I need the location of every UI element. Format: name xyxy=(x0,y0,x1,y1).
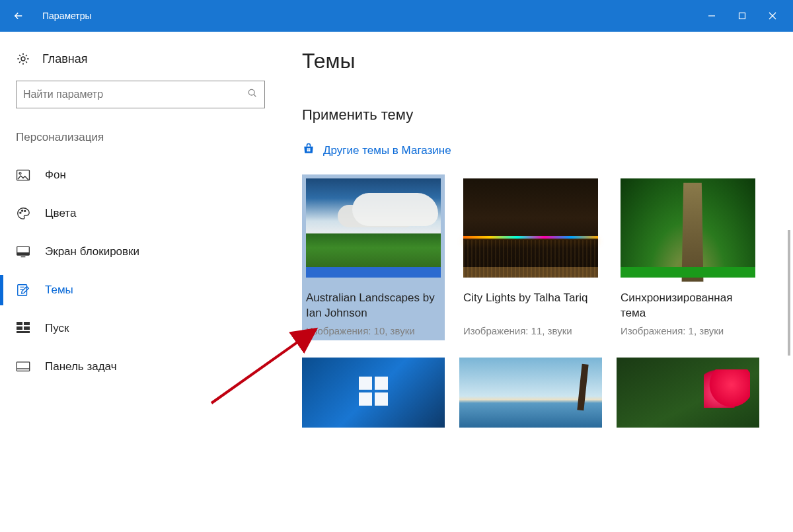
sidebar-item-taskbar[interactable]: Панель задач xyxy=(0,348,281,386)
start-icon xyxy=(16,321,30,336)
window-title: Параметры xyxy=(42,11,697,21)
theme-thumbnail xyxy=(302,358,445,428)
close-icon xyxy=(769,12,776,20)
theme-thumbnail xyxy=(617,358,759,428)
svg-point-9 xyxy=(20,212,21,213)
store-link[interactable]: Другие темы в Магазине xyxy=(302,142,793,159)
sidebar-item-label: Цвета xyxy=(45,207,76,220)
sidebar-item-label: Фон xyxy=(45,169,66,182)
sidebar-item-label: Темы xyxy=(45,284,73,297)
svg-rect-19 xyxy=(24,326,30,330)
sidebar-group-label: Персонализация xyxy=(0,131,281,144)
palette-icon xyxy=(16,206,30,221)
picture-icon xyxy=(16,168,30,182)
svg-rect-15 xyxy=(18,285,27,296)
sidebar-item-label: Экран блокировки xyxy=(45,245,139,258)
theme-grid-row2 xyxy=(302,358,793,428)
theme-grid: Australian Landscapes by Ian Johnson Изо… xyxy=(302,174,793,340)
sidebar-item-lockscreen[interactable]: Экран блокировки xyxy=(0,233,281,271)
svg-rect-1 xyxy=(739,13,745,19)
theme-card-partial[interactable] xyxy=(302,358,445,428)
svg-rect-16 xyxy=(17,322,22,325)
sidebar-item-label: Панель задач xyxy=(45,360,117,373)
svg-rect-13 xyxy=(17,252,30,255)
search-icon xyxy=(247,88,258,101)
svg-point-10 xyxy=(22,210,23,211)
svg-point-5 xyxy=(248,89,254,95)
search-box[interactable] xyxy=(16,81,265,108)
svg-rect-20 xyxy=(17,331,30,333)
sidebar-item-themes[interactable]: Темы xyxy=(0,271,281,309)
theme-name: Australian Landscapes by Ian Johnson xyxy=(306,291,441,321)
section-title: Применить тему xyxy=(302,106,793,124)
themes-icon xyxy=(16,283,30,297)
svg-rect-17 xyxy=(24,322,30,325)
search-input[interactable] xyxy=(23,89,247,100)
gear-icon xyxy=(16,52,30,66)
sidebar-item-start[interactable]: Пуск xyxy=(0,309,281,348)
sidebar-item-background[interactable]: Фон xyxy=(0,156,281,194)
svg-point-11 xyxy=(24,210,26,211)
theme-thumbnail xyxy=(463,178,598,278)
page-title: Темы xyxy=(302,49,793,73)
lockscreen-icon xyxy=(16,245,30,259)
scrollbar-thumb[interactable] xyxy=(788,230,790,356)
theme-thumbnail xyxy=(621,178,755,278)
sidebar-item-colors[interactable]: Цвета xyxy=(0,194,281,233)
svg-line-6 xyxy=(254,95,256,96)
theme-card[interactable]: Синхронизированная тема Изображения: 1, … xyxy=(617,174,759,340)
maximize-icon xyxy=(738,12,746,20)
minimize-icon xyxy=(708,12,716,20)
theme-card[interactable]: City Lights by Talha Tariq Изображения: … xyxy=(459,174,602,340)
sidebar: Главная Персонализация Фон Цвета Экран б… xyxy=(0,32,281,532)
theme-card-partial[interactable] xyxy=(459,358,602,428)
svg-rect-21 xyxy=(17,362,29,371)
taskbar-icon xyxy=(16,360,30,374)
theme-meta: Изображения: 11, звуки xyxy=(463,325,598,336)
titlebar: Параметры xyxy=(0,0,793,32)
back-button[interactable] xyxy=(5,0,32,32)
svg-point-8 xyxy=(19,172,21,174)
home-label: Главная xyxy=(42,52,88,66)
close-button[interactable] xyxy=(757,0,788,32)
theme-card[interactable]: Australian Landscapes by Ian Johnson Изо… xyxy=(302,174,445,340)
window-controls xyxy=(697,0,788,32)
theme-thumbnail xyxy=(459,358,602,428)
maximize-button[interactable] xyxy=(727,0,757,32)
arrow-left-icon xyxy=(13,10,24,22)
theme-thumbnail xyxy=(306,178,441,278)
minimize-button[interactable] xyxy=(697,0,727,32)
theme-card-partial[interactable] xyxy=(617,358,759,428)
theme-name: City Lights by Talha Tariq xyxy=(463,291,598,321)
theme-meta: Изображения: 1, звуки xyxy=(621,325,755,336)
theme-name: Синхронизированная тема xyxy=(621,291,755,321)
store-icon xyxy=(302,142,315,159)
theme-meta: Изображения: 10, звуки xyxy=(306,325,441,336)
home-link[interactable]: Главная xyxy=(0,52,281,81)
main-content: Темы Применить тему Другие темы в Магази… xyxy=(281,32,793,532)
svg-rect-18 xyxy=(17,326,22,330)
sidebar-item-label: Пуск xyxy=(45,322,69,335)
svg-point-4 xyxy=(21,57,25,61)
store-link-label: Другие темы в Магазине xyxy=(323,144,451,157)
